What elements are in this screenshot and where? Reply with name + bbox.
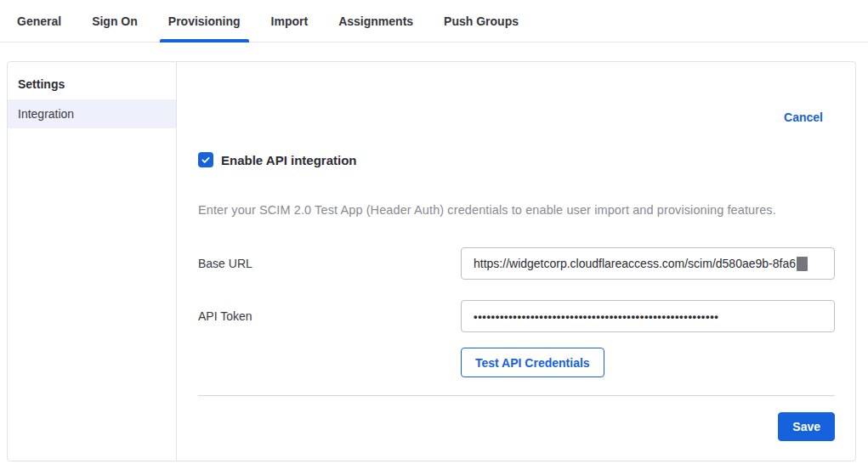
sidebar-header-settings: Settings <box>8 69 176 99</box>
settings-sidebar: Settings Integration <box>8 62 177 461</box>
credentials-description: Enter your SCIM 2.0 Test App (Header Aut… <box>198 203 835 217</box>
enable-api-row: Enable API integration <box>198 152 835 167</box>
base-url-label: Base URL <box>198 257 461 270</box>
save-button[interactable]: Save <box>778 412 835 441</box>
test-credentials-row: Test API Credentials <box>198 348 835 377</box>
checkmark-icon <box>201 155 211 165</box>
tab-general[interactable]: General <box>9 0 70 42</box>
base-url-field-row: Base URL https://widgetcorp.cloudflareac… <box>198 247 835 280</box>
base-url-value: https://widgetcorp.cloudflareaccess.com/… <box>474 257 796 270</box>
tab-assignments[interactable]: Assignments <box>330 0 422 42</box>
app-tab-bar: General Sign On Provisioning Import Assi… <box>0 0 868 42</box>
integration-content: Cancel Enable API integration Enter your… <box>177 62 855 461</box>
enable-api-label: Enable API integration <box>221 153 356 167</box>
api-token-input[interactable]: ••••••••••••••••••••••••••••••••••••••••… <box>461 300 835 332</box>
base-url-input[interactable]: https://widgetcorp.cloudflareaccess.com/… <box>461 247 835 280</box>
tab-push-groups[interactable]: Push Groups <box>435 0 527 42</box>
tab-provisioning[interactable]: Provisioning <box>160 0 249 42</box>
api-token-field-row: API Token ••••••••••••••••••••••••••••••… <box>198 300 835 332</box>
tab-sign-on[interactable]: Sign On <box>83 0 146 42</box>
sidebar-item-integration[interactable]: Integration <box>8 99 176 128</box>
api-token-masked-value: ••••••••••••••••••••••••••••••••••••••••… <box>474 310 718 323</box>
provisioning-panel: Settings Integration Cancel Enable API i… <box>7 61 856 462</box>
save-row: Save <box>198 396 835 441</box>
api-token-label: API Token <box>198 309 461 323</box>
text-selection-block <box>797 257 808 271</box>
test-api-credentials-button[interactable]: Test API Credentials <box>461 348 604 377</box>
cancel-row: Cancel <box>198 110 835 125</box>
enable-api-checkbox[interactable] <box>198 152 213 167</box>
cancel-link[interactable]: Cancel <box>784 110 823 124</box>
tab-import[interactable]: Import <box>263 0 317 42</box>
